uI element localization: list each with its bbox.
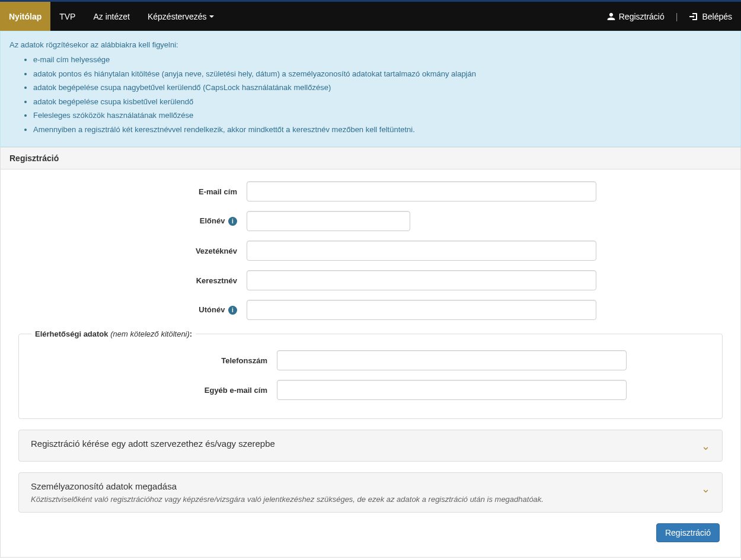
alert-item: adatok begépelése csupa nagybetűvel kerü… bbox=[33, 82, 732, 94]
middlename-field[interactable] bbox=[247, 300, 596, 320]
form-row-phone: Telefonszám bbox=[28, 350, 713, 370]
info-icon[interactable]: i bbox=[228, 306, 237, 315]
alert-item: e-mail cím helyessége bbox=[33, 54, 732, 66]
user-icon bbox=[607, 12, 615, 21]
navbar: Nyitólap TVP Az intézet Képzéstervezés R… bbox=[0, 0, 741, 31]
nav-register[interactable]: Regisztráció bbox=[598, 12, 673, 21]
nav-training-planning[interactable]: Képzéstervezés bbox=[139, 2, 223, 31]
nav-login[interactable]: Belépés bbox=[680, 12, 741, 21]
alert-list: e-mail cím helyessége adatok pontos és h… bbox=[33, 54, 732, 135]
firstname-label: Keresztnév bbox=[9, 276, 247, 285]
login-icon bbox=[689, 12, 698, 21]
other-email-label: Egyéb e-mail cím bbox=[28, 386, 277, 395]
collapse-personal-id[interactable]: Személyazonosító adatok megadása Köztisz… bbox=[18, 472, 723, 513]
navbar-left: Nyitólap TVP Az intézet Képzéstervezés bbox=[0, 2, 223, 31]
alert-item: adatok begépelése csupa kisbetűvel kerül… bbox=[33, 96, 732, 108]
lastname-field[interactable] bbox=[247, 241, 596, 261]
contact-fieldset: Elérhetőségi adatok (nem kötelező kitölt… bbox=[18, 329, 723, 419]
chevron-down-icon: ⌄ bbox=[701, 440, 710, 453]
chevron-down-icon: ⌄ bbox=[701, 482, 710, 495]
email-field[interactable] bbox=[247, 181, 596, 201]
navbar-right: Regisztráció | Belépés bbox=[598, 2, 741, 31]
info-icon[interactable]: i bbox=[228, 217, 237, 226]
panel-title: Regisztráció bbox=[1, 148, 740, 169]
phone-label: Telefonszám bbox=[28, 356, 277, 365]
nav-training-planning-label: Képzéstervezés bbox=[148, 12, 207, 21]
alert-item: Felesleges szóközök használatának mellőz… bbox=[33, 110, 732, 121]
prefix-label: Előnév i bbox=[9, 216, 247, 226]
registration-panel: Regisztráció E-mail cím Előnév i Vezeték… bbox=[0, 147, 741, 558]
nav-home[interactable]: Nyitólap bbox=[0, 2, 50, 31]
email-label: E-mail cím bbox=[9, 187, 247, 196]
other-email-field[interactable] bbox=[277, 380, 627, 400]
nav-register-label: Regisztráció bbox=[619, 12, 665, 21]
alert-intro: Az adatok rögzítésekor az alábbiakra kel… bbox=[9, 40, 178, 49]
lastname-label: Vezetéknév bbox=[9, 247, 247, 255]
nav-separator: | bbox=[673, 12, 681, 21]
form-row-other-email: Egyéb e-mail cím bbox=[28, 380, 713, 400]
form-row-email: E-mail cím bbox=[9, 181, 732, 201]
nav-tvp[interactable]: TVP bbox=[50, 2, 84, 31]
register-button[interactable]: Regisztráció bbox=[656, 523, 720, 542]
caret-down-icon bbox=[209, 15, 214, 18]
alert-item: Amennyiben a regisztráló két keresztnévv… bbox=[33, 124, 732, 136]
middlename-label: Utónév i bbox=[9, 305, 247, 315]
prefix-field[interactable] bbox=[247, 211, 410, 231]
info-alert: Az adatok rögzítésekor az alábbiakra kel… bbox=[0, 31, 741, 147]
form-row-firstname: Keresztnév bbox=[9, 270, 732, 290]
phone-field[interactable] bbox=[277, 350, 627, 370]
form-row-lastname: Vezetéknév bbox=[9, 241, 732, 261]
panel-body: E-mail cím Előnév i Vezetéknév Keresztné… bbox=[1, 169, 740, 557]
nav-institute[interactable]: Az intézet bbox=[84, 2, 138, 31]
collapse-personal-id-title: Személyazonosító adatok megadása bbox=[31, 481, 177, 491]
contact-legend: Elérhetőségi adatok (nem kötelező kitölt… bbox=[31, 329, 196, 338]
collapse-org-role[interactable]: Regisztráció kérése egy adott szervezeth… bbox=[18, 430, 723, 462]
collapse-personal-id-sub: Köztisztviselőként való regisztrációhoz … bbox=[31, 495, 544, 504]
form-row-prefix: Előnév i bbox=[9, 211, 732, 231]
nav-login-label: Belépés bbox=[702, 12, 732, 21]
firstname-field[interactable] bbox=[247, 270, 596, 290]
form-row-middlename: Utónév i bbox=[9, 300, 732, 320]
collapse-org-role-title: Regisztráció kérése egy adott szervezeth… bbox=[31, 439, 275, 449]
submit-row: Regisztráció bbox=[9, 523, 732, 548]
alert-item: adatok pontos és hiánytalan kitöltése (a… bbox=[33, 68, 732, 80]
